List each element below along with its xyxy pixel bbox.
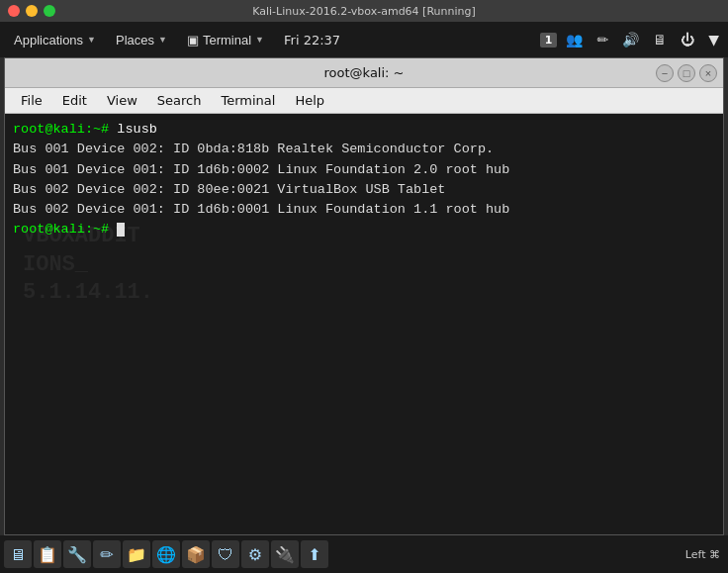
places-label: Places: [116, 33, 154, 48]
terminal-window-title: root@kali: ~: [324, 65, 405, 80]
menu-terminal[interactable]: Terminal: [211, 91, 285, 110]
terminal-line: Bus 001 Device 001: ID 1d6b:0002 Linux F…: [13, 160, 715, 180]
window-titlebar: Kali-Linux-2016.2-vbox-amd64 [Running]: [0, 0, 728, 22]
terminal-close-button[interactable]: ×: [699, 64, 717, 82]
terminal-label: Terminal: [203, 33, 251, 48]
system-panel: Applications ▼ Places ▼ ▣ Terminal ▼ Fri…: [0, 22, 728, 57]
taskbar: 🖥 📋 🔧 ✏️ 📁 🌐 📦 🛡 ⚙ 🔌 ⬆ Left ⌘: [0, 535, 728, 573]
terminal-prompt: root@kali:~#: [13, 222, 117, 237]
taskbar-icon-7[interactable]: 🛡: [212, 540, 239, 568]
terminal-line: root@kali:~#: [13, 220, 715, 239]
taskbar-icon-0[interactable]: 🖥: [4, 540, 32, 568]
pencil-icon: ✏: [592, 30, 613, 49]
menu-file[interactable]: File: [11, 91, 52, 110]
terminal-line: Bus 001 Device 002: ID 0bda:818b Realtek…: [13, 140, 715, 159]
terminal-window-controls[interactable]: − □ ×: [656, 64, 717, 82]
taskbar-icon-4[interactable]: 📁: [123, 540, 150, 568]
taskbar-icon-8[interactable]: ⚙: [241, 540, 269, 568]
applications-arrow-icon: ▼: [87, 35, 96, 45]
window-controls[interactable]: [8, 5, 55, 17]
network-icon: 🖥: [648, 30, 672, 49]
terminal-menu[interactable]: ▣ Terminal ▼: [177, 29, 274, 51]
taskbar-icon-5[interactable]: 🌐: [152, 540, 180, 568]
terminal-line: root@kali:~# lsusb: [13, 120, 715, 140]
applications-label: Applications: [14, 33, 83, 48]
taskbar-icon-9[interactable]: 🔌: [271, 540, 299, 568]
terminal-prompt: root@kali:~#: [13, 122, 117, 137]
terminal-line: Bus 002 Device 001: ID 1d6b:0001 Linux F…: [13, 200, 715, 220]
terminal-command: lsusb: [117, 122, 157, 137]
people-icon: 👥: [561, 30, 588, 49]
system-clock: Fri 22:37: [274, 33, 350, 48]
chevron-down-icon[interactable]: ▼: [703, 30, 724, 49]
taskbar-icon-3[interactable]: ✏️: [93, 540, 121, 568]
maximize-button[interactable]: [44, 5, 55, 17]
power-icon: ⏻: [676, 30, 699, 49]
menu-help[interactable]: Help: [285, 91, 334, 110]
taskbar-icon-6[interactable]: 📦: [182, 540, 210, 568]
terminal-titlebar: root@kali: ~ − □ ×: [5, 58, 723, 88]
places-menu[interactable]: Places ▼: [106, 29, 177, 51]
terminal-menubar: File Edit View Search Terminal Help: [5, 88, 723, 114]
workspace-badge[interactable]: 1: [540, 33, 558, 48]
system-tray: 1 👥 ✏ 🔊 🖥 ⏻ ▼: [540, 30, 724, 49]
minimize-button[interactable]: [26, 5, 38, 17]
taskbar-icon-1[interactable]: 📋: [34, 540, 61, 568]
applications-menu[interactable]: Applications ▼: [4, 29, 106, 51]
terminal-icon: ▣: [187, 33, 199, 48]
speaker-icon: 🔊: [617, 30, 644, 49]
taskbar-icon-2[interactable]: 🔧: [63, 540, 91, 568]
taskbar-right-label: Left ⌘: [685, 548, 724, 561]
window-title: Kali-Linux-2016.2-vbox-amd64 [Running]: [252, 5, 476, 18]
terminal-maximize-button[interactable]: □: [678, 64, 695, 82]
taskbar-icon-10[interactable]: ⬆: [301, 540, 328, 568]
terminal-window: root@kali: ~ − □ × File Edit View Search…: [4, 57, 724, 535]
places-arrow-icon: ▼: [158, 35, 167, 45]
menu-search[interactable]: Search: [147, 91, 212, 110]
terminal-cursor: [117, 223, 125, 237]
menu-edit[interactable]: Edit: [52, 91, 97, 110]
terminal-minimize-button[interactable]: −: [656, 64, 674, 82]
menu-view[interactable]: View: [97, 91, 147, 110]
close-button[interactable]: [8, 5, 20, 17]
terminal-arrow-icon: ▼: [255, 35, 264, 45]
terminal-content[interactable]: VBOXADDIT IONS_ 5.1.14.11. root@kali:~# …: [5, 114, 723, 534]
terminal-line: Bus 002 Device 002: ID 80ee:0021 Virtual…: [13, 180, 715, 200]
